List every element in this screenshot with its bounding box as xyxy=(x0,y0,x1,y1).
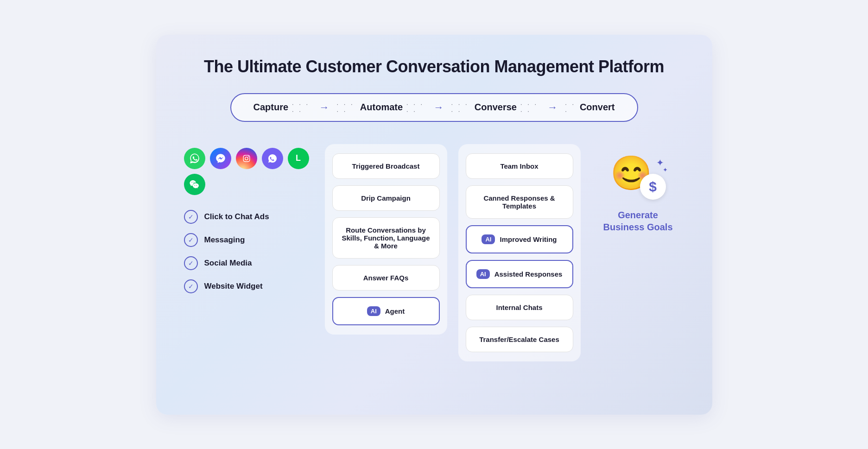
automate-answer-faqs[interactable]: Answer FAQs xyxy=(332,265,440,291)
instagram-icon[interactable] xyxy=(236,148,257,169)
capture-item-1: ✓ Messaging xyxy=(184,233,314,247)
converse-transfer-cases[interactable]: Transfer/Escalate Cases xyxy=(466,327,573,352)
check-icon-2: ✓ xyxy=(184,256,198,270)
line-icon[interactable]: L xyxy=(288,148,309,169)
converse-team-inbox[interactable]: Team Inbox xyxy=(466,153,573,179)
check-icon-3: ✓ xyxy=(184,279,198,293)
pipeline-convert: Convert xyxy=(580,102,615,113)
dots-3: · · · · · xyxy=(406,101,426,114)
converse-assisted-responses[interactable]: AI Assisted Responses xyxy=(466,260,573,288)
capture-item-0: ✓ Click to Chat Ads xyxy=(184,210,314,224)
automate-triggered-broadcast[interactable]: Triggered Broadcast xyxy=(332,153,440,179)
capture-item-3: ✓ Website Widget xyxy=(184,279,314,293)
check-icon-1: ✓ xyxy=(184,233,198,247)
converse-assisted-responses-label: Assisted Responses xyxy=(494,270,563,278)
generate-label: GenerateBusiness Goals xyxy=(603,209,672,233)
capture-list: ✓ Click to Chat Ads ✓ Messaging ✓ Social… xyxy=(184,210,314,293)
whatsapp-icon[interactable] xyxy=(184,148,205,169)
pipeline-automate: Automate xyxy=(360,102,403,113)
capture-item-2: ✓ Social Media xyxy=(184,256,314,270)
arrow-2: → xyxy=(433,101,444,114)
check-icon-0: ✓ xyxy=(184,210,198,224)
sparkle-icon-2: ✦ xyxy=(663,166,668,173)
capture-label-3: Website Widget xyxy=(204,282,263,291)
automate-drip-campaign[interactable]: Drip Campaign xyxy=(332,185,440,211)
capture-label-1: Messaging xyxy=(204,235,245,245)
ai-badge-assisted: AI xyxy=(476,269,490,279)
dots-6: · · · xyxy=(565,101,576,114)
converse-column: Team Inbox Canned Responses & Templates … xyxy=(458,144,581,361)
ai-badge-agent: AI xyxy=(367,306,380,316)
automate-route-conversations[interactable]: Route Conversations by Skills, Function,… xyxy=(332,217,440,259)
viber-icon[interactable] xyxy=(262,148,283,169)
converse-improved-writing-label: Improved Writing xyxy=(500,235,557,243)
dots-4: · · · · · xyxy=(451,101,470,114)
convert-column: 😊 ✦ ✦ $ GenerateBusiness Goals xyxy=(592,144,684,233)
capture-column: L ✓ Click to Chat Ads ✓ Messaging xyxy=(184,144,314,293)
automate-agent-label: Agent xyxy=(385,307,405,315)
dots-5: · · · · · xyxy=(520,101,540,114)
converse-canned-responses[interactable]: Canned Responses & Templates xyxy=(466,185,573,219)
pipeline-converse: Converse xyxy=(475,102,517,113)
convert-visual: 😊 ✦ ✦ $ xyxy=(610,153,666,200)
pipeline-capture: Capture xyxy=(253,102,289,113)
converse-improved-writing[interactable]: AI Improved Writing xyxy=(466,225,573,253)
dots-2: · · · · · xyxy=(336,101,356,114)
dots-1: · · · · · xyxy=(292,101,311,114)
capture-label-2: Social Media xyxy=(204,259,252,268)
coin-icon: $ xyxy=(640,174,666,200)
main-title: The Ultimate Customer Conversation Manag… xyxy=(184,57,684,76)
automate-agent[interactable]: AI Agent xyxy=(332,297,440,325)
arrow-1: → xyxy=(319,101,329,114)
pipeline-bar: Capture · · · · · → · · · · · Automate ·… xyxy=(230,93,638,122)
main-card: The Ultimate Customer Conversation Manag… xyxy=(156,35,712,415)
converse-internal-chats[interactable]: Internal Chats xyxy=(466,295,573,320)
automate-column: Triggered Broadcast Drip Campaign Route … xyxy=(325,144,447,335)
wechat-icon[interactable] xyxy=(184,174,205,195)
channel-icons: L xyxy=(184,148,314,195)
content-grid: L ✓ Click to Chat Ads ✓ Messaging xyxy=(184,144,684,361)
capture-label-0: Click to Chat Ads xyxy=(204,212,269,221)
ai-badge-writing: AI xyxy=(482,234,495,244)
messenger-icon[interactable] xyxy=(210,148,231,169)
arrow-3: → xyxy=(547,101,558,114)
